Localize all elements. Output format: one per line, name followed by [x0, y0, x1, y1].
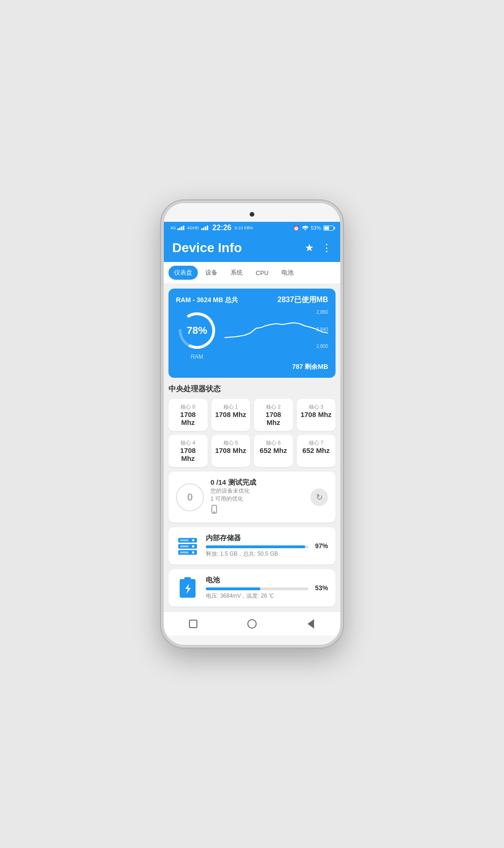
- tab-dashboard[interactable]: 仪表盘: [168, 266, 198, 280]
- core-6-name: 核心 6: [258, 439, 289, 446]
- core-7-speed: 652 Mhz: [301, 446, 332, 454]
- cpu-core-7: 核心 7 652 Mhz: [297, 435, 336, 467]
- core-5-name: 核心 5: [215, 439, 247, 446]
- core-0-name: 核心 0: [172, 403, 204, 410]
- core-3-speed: 1708 Mhz: [301, 410, 332, 418]
- storage-info: 内部存储器 释放: 1.5 GB，总共: 50.5 GB: [206, 534, 308, 558]
- alarm-icon: ⏰: [293, 225, 300, 231]
- chart-label-mid: 2,840: [316, 327, 328, 332]
- cpu-core-1: 核心 1 1708 Mhz: [211, 399, 251, 431]
- tab-system[interactable]: 系统: [225, 266, 248, 280]
- svg-point-3: [214, 512, 215, 513]
- core-7-name: 核心 7: [301, 439, 332, 446]
- device-icon: [210, 505, 304, 516]
- phone-top: [164, 203, 340, 222]
- home-icon: [247, 619, 257, 629]
- core-1-speed: 1708 Mhz: [215, 410, 247, 418]
- opt-score-circle: 0: [176, 483, 204, 511]
- tab-device[interactable]: 设备: [200, 266, 223, 280]
- status-right: ⏰ 53%: [293, 225, 334, 232]
- bar1: [177, 228, 179, 230]
- app-title: Device Info: [172, 240, 242, 255]
- core-1-name: 核心 1: [215, 403, 247, 410]
- opt-score: 0: [187, 491, 193, 503]
- ram-header: RAM - 3624 MB 总共 2837已使用MB: [176, 295, 328, 305]
- cpu-grid: 核心 0 1708Mhz 核心 1 1708 Mhz 核心 2 1708Mhz …: [168, 399, 336, 467]
- network-type1-label: 4G: [170, 226, 176, 230]
- storage-title: 内部存储器: [206, 534, 308, 543]
- cpu-section: 中央处理器状态 核心 0 1708Mhz 核心 1 1708 Mhz 核心 2 …: [168, 382, 336, 467]
- nav-home-button[interactable]: [245, 617, 259, 631]
- opt-subtitle2: 1 可用的优化: [210, 495, 304, 503]
- favorite-icon[interactable]: ★: [305, 242, 314, 254]
- percent-sym: %: [198, 325, 207, 336]
- bar4b: [207, 226, 208, 230]
- cpu-core-5: 核心 5 1708 Mhz: [211, 435, 251, 467]
- cpu-section-title: 中央处理器状态: [168, 382, 336, 395]
- battery-pct-label: 53%: [315, 584, 328, 592]
- ram-remaining-label: 787 剩余MB: [292, 363, 328, 371]
- cpu-core-0: 核心 0 1708Mhz: [168, 399, 208, 431]
- battery-progress-wrap: [206, 587, 308, 590]
- battery-card-icon: [176, 576, 199, 600]
- gauge-container: 78% RAM: [176, 310, 218, 360]
- signal-bars: [177, 226, 184, 230]
- bar4: [183, 226, 184, 230]
- nav-back-button[interactable]: [304, 617, 318, 631]
- phone-bottom: [164, 636, 340, 645]
- core-6-speed: 652 Mhz: [258, 446, 289, 454]
- camera: [250, 212, 254, 217]
- phone-frame: 4G 4GHD 22:26 0.10 KB/s ⏰ 53%: [161, 200, 343, 648]
- bottom-nav: [164, 611, 340, 636]
- main-content: RAM - 3624 MB 总共 2837已使用MB 7: [164, 284, 340, 611]
- ram-used-label: 2837已使用MB: [278, 295, 328, 305]
- svg-point-8: [192, 545, 195, 548]
- battery-pct-label: 53%: [311, 225, 321, 231]
- refresh-button[interactable]: ↻: [310, 488, 328, 506]
- ram-card: RAM - 3624 MB 总共 2837已使用MB 7: [168, 289, 336, 378]
- ram-footer: 787 剩余MB: [176, 363, 328, 371]
- tab-battery[interactable]: 电池: [276, 266, 299, 280]
- nav-recents-button[interactable]: [186, 617, 200, 631]
- storage-card: 内部存储器 释放: 1.5 GB，总共: 50.5 GB 97%: [168, 527, 336, 565]
- ram-body: 78% RAM 2,880 2,840 2,800: [176, 310, 328, 360]
- battery-card: 电池 电压: 3684mV，温度: 26 ℃ 53%: [168, 569, 336, 607]
- battery-detail: 电压: 3684mV，温度: 26 ℃: [206, 592, 308, 600]
- storage-progress-wrap: [206, 545, 308, 548]
- tab-cpu[interactable]: CPU: [250, 267, 274, 279]
- cpu-core-4: 核心 4 1708Mhz: [168, 435, 208, 467]
- notch: [222, 209, 282, 219]
- svg-rect-14: [184, 577, 191, 580]
- ram-chart-area: 2,880 2,840 2,800: [224, 310, 328, 349]
- core-4-name: 核心 4: [172, 439, 204, 446]
- bar3: [181, 226, 182, 230]
- signal-bars2: [201, 226, 208, 230]
- recents-icon: [189, 620, 197, 628]
- optimization-card: 0 0 /14 测试完成 您的设备未优化 1 可用的优化 ↻: [168, 472, 336, 523]
- storage-detail: 释放: 1.5 GB，总共: 50.5 GB: [206, 550, 308, 558]
- battery-fill: [324, 226, 329, 230]
- svg-point-9: [192, 551, 195, 554]
- network-speed-label: 0.10 KB/s: [235, 226, 253, 230]
- battery-info: 电池 电压: 3684mV，温度: 26 ℃: [206, 576, 308, 600]
- chart-labels: 2,880 2,840 2,800: [316, 310, 328, 349]
- bar2: [179, 227, 181, 230]
- core-2-speed: 1708Mhz: [258, 410, 289, 426]
- opt-subtitle1: 您的设备未优化: [210, 487, 304, 495]
- app-header: Device Info ★ ⋮: [164, 234, 340, 262]
- battery-title: 电池: [206, 576, 308, 585]
- cpu-core-3: 核心 3 1708 Mhz: [297, 399, 336, 431]
- bar1b: [201, 228, 203, 230]
- cpu-core-2: 核心 2 1708Mhz: [254, 399, 293, 431]
- network-type2-label: 4GHD: [187, 226, 199, 230]
- core-2-name: 核心 2: [258, 403, 289, 410]
- battery-status-icon: [323, 226, 334, 231]
- more-options-icon[interactable]: ⋮: [322, 242, 332, 254]
- svg-rect-11: [180, 545, 189, 547]
- svg-point-7: [192, 539, 195, 542]
- back-icon: [308, 619, 314, 629]
- ram-chart-svg: [224, 310, 328, 347]
- storage-progress-fill: [206, 545, 305, 548]
- core-4-speed: 1708Mhz: [172, 446, 204, 462]
- opt-info: 0 /14 测试完成 您的设备未优化 1 可用的优化: [210, 478, 304, 516]
